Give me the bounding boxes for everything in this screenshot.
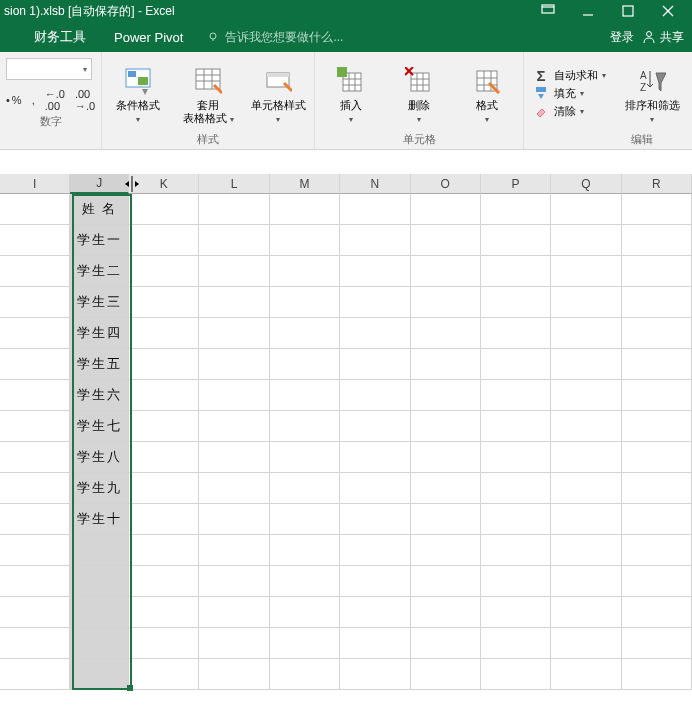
cell[interactable]: 学生四 bbox=[70, 318, 129, 349]
cell[interactable] bbox=[70, 597, 129, 628]
cell[interactable] bbox=[129, 411, 199, 442]
cell[interactable] bbox=[411, 225, 481, 256]
cell[interactable] bbox=[129, 380, 199, 411]
decrease-decimal-button[interactable]: .00→.0 bbox=[75, 88, 95, 112]
number-format-dropdown[interactable]: ▾ bbox=[6, 58, 92, 80]
cell[interactable] bbox=[481, 442, 551, 473]
cell[interactable] bbox=[129, 256, 199, 287]
cell[interactable] bbox=[0, 597, 70, 628]
cell[interactable] bbox=[481, 380, 551, 411]
cell[interactable] bbox=[551, 256, 621, 287]
cell[interactable] bbox=[481, 504, 551, 535]
cell[interactable] bbox=[622, 411, 692, 442]
autosum-button[interactable]: Σ 自动求和 ▾ bbox=[532, 67, 606, 83]
cell[interactable] bbox=[270, 287, 340, 318]
worksheet[interactable]: IJKLMNOPQR 姓 名学生一学生二学生三学生四学生五学生六学生七学生八学生… bbox=[0, 174, 692, 707]
cell[interactable] bbox=[551, 318, 621, 349]
minimize-button[interactable] bbox=[568, 0, 608, 22]
cell[interactable] bbox=[481, 566, 551, 597]
cell[interactable] bbox=[199, 411, 269, 442]
cell[interactable] bbox=[340, 597, 410, 628]
col-header-P[interactable]: P bbox=[481, 174, 551, 194]
cell[interactable] bbox=[270, 442, 340, 473]
cell[interactable] bbox=[411, 535, 481, 566]
cell[interactable] bbox=[0, 659, 70, 690]
cell[interactable] bbox=[340, 380, 410, 411]
cell[interactable] bbox=[622, 628, 692, 659]
cell[interactable] bbox=[411, 349, 481, 380]
cell[interactable] bbox=[340, 504, 410, 535]
cell[interactable] bbox=[411, 473, 481, 504]
cell[interactable] bbox=[411, 504, 481, 535]
cell[interactable] bbox=[0, 473, 70, 504]
cell[interactable] bbox=[129, 628, 199, 659]
cell[interactable] bbox=[481, 318, 551, 349]
cell[interactable] bbox=[129, 194, 199, 225]
cell[interactable] bbox=[411, 287, 481, 318]
cell[interactable] bbox=[551, 194, 621, 225]
format-button[interactable]: 格式▾ bbox=[457, 61, 517, 125]
cell[interactable] bbox=[129, 597, 199, 628]
close-button[interactable] bbox=[648, 0, 688, 22]
cell[interactable] bbox=[129, 287, 199, 318]
cell[interactable] bbox=[129, 473, 199, 504]
cell[interactable] bbox=[199, 256, 269, 287]
cell[interactable] bbox=[340, 194, 410, 225]
cell[interactable] bbox=[622, 535, 692, 566]
cell[interactable] bbox=[411, 628, 481, 659]
percent-style-button[interactable]: • % bbox=[6, 94, 22, 106]
cell[interactable] bbox=[340, 287, 410, 318]
cell[interactable] bbox=[411, 194, 481, 225]
cell[interactable] bbox=[622, 566, 692, 597]
cell[interactable] bbox=[129, 318, 199, 349]
cell[interactable] bbox=[270, 566, 340, 597]
cell[interactable] bbox=[411, 442, 481, 473]
cell[interactable]: 学生一 bbox=[70, 225, 129, 256]
tell-me[interactable]: 告诉我您想要做什么... bbox=[207, 29, 343, 46]
cell[interactable] bbox=[270, 318, 340, 349]
share-button[interactable]: 共享 bbox=[642, 29, 684, 46]
cell[interactable] bbox=[551, 566, 621, 597]
cell[interactable] bbox=[0, 442, 70, 473]
cell[interactable] bbox=[0, 535, 70, 566]
cell[interactable] bbox=[481, 349, 551, 380]
delete-button[interactable]: 删除▾ bbox=[389, 61, 449, 125]
cell[interactable] bbox=[199, 659, 269, 690]
cell[interactable] bbox=[340, 256, 410, 287]
cell[interactable]: 学生六 bbox=[70, 380, 129, 411]
cell[interactable] bbox=[0, 349, 70, 380]
cell[interactable] bbox=[199, 473, 269, 504]
cell[interactable] bbox=[622, 349, 692, 380]
cell[interactable] bbox=[551, 597, 621, 628]
cell-styles-button[interactable]: 单元格样式▾ bbox=[248, 61, 308, 125]
cell[interactable] bbox=[199, 566, 269, 597]
cell[interactable] bbox=[551, 225, 621, 256]
login-link[interactable]: 登录 bbox=[610, 29, 634, 46]
cell[interactable]: 学生七 bbox=[70, 411, 129, 442]
cell[interactable] bbox=[551, 287, 621, 318]
cell[interactable] bbox=[481, 535, 551, 566]
cell[interactable] bbox=[0, 225, 70, 256]
cell[interactable] bbox=[270, 659, 340, 690]
cell[interactable] bbox=[0, 566, 70, 597]
cell[interactable] bbox=[622, 504, 692, 535]
cell[interactable] bbox=[622, 194, 692, 225]
cell[interactable] bbox=[270, 225, 340, 256]
cell[interactable]: 学生三 bbox=[70, 287, 129, 318]
tab-powerpivot[interactable]: Power Pivot bbox=[100, 22, 197, 52]
cell[interactable] bbox=[622, 380, 692, 411]
cell[interactable] bbox=[340, 566, 410, 597]
increase-decimal-button[interactable]: ←.0.00 bbox=[45, 88, 65, 112]
cell[interactable] bbox=[129, 349, 199, 380]
col-header-L[interactable]: L bbox=[199, 174, 269, 194]
ribbon-options-button[interactable] bbox=[528, 0, 568, 22]
sort-filter-button[interactable]: AZ 排序和筛选▾ bbox=[622, 61, 682, 125]
conditional-format-button[interactable]: 条件格式▾ bbox=[108, 61, 168, 125]
col-header-M[interactable]: M bbox=[270, 174, 340, 194]
cell[interactable] bbox=[340, 225, 410, 256]
cell[interactable] bbox=[340, 349, 410, 380]
cell[interactable] bbox=[481, 411, 551, 442]
cell[interactable] bbox=[0, 380, 70, 411]
col-header-I[interactable]: I bbox=[0, 174, 70, 194]
cell[interactable] bbox=[199, 504, 269, 535]
